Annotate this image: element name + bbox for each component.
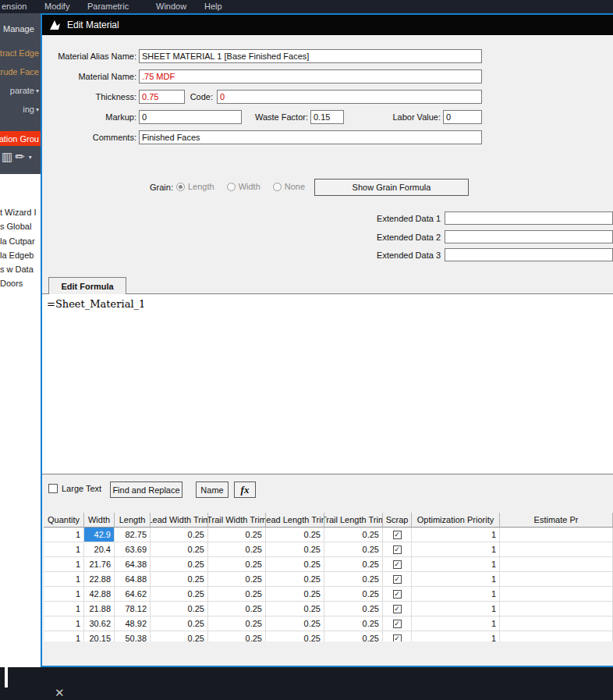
grid-cell[interactable]: 0.25 xyxy=(208,631,266,641)
grid-cell[interactable]: 1 xyxy=(412,542,500,557)
grid-cell[interactable] xyxy=(500,631,613,641)
find-and-replace-button[interactable]: Find and Replace xyxy=(110,481,182,498)
markup-input[interactable] xyxy=(139,110,242,124)
grid-cell[interactable]: 1 xyxy=(412,602,500,616)
grid-cell[interactable]: 1 xyxy=(412,572,500,587)
extended-data-3-input[interactable] xyxy=(445,248,613,261)
tree-item-global[interactable]: s Global xyxy=(0,222,31,231)
scrap-cell[interactable]: ✓ xyxy=(383,587,412,602)
tree-item-doors[interactable]: Doors xyxy=(0,279,23,288)
scrap-cell[interactable]: ✓ xyxy=(383,616,412,631)
grid-cell[interactable]: 0.25 xyxy=(151,572,208,587)
grid-cell[interactable]: 0.25 xyxy=(266,587,324,602)
grid-cell[interactable] xyxy=(500,542,613,557)
tree-item-w-data[interactable]: s w Data xyxy=(0,265,34,274)
grid-cell[interactable]: 0.25 xyxy=(208,557,266,572)
table-row[interactable]: 130.6248.920.250.250.250.25✓1 xyxy=(44,616,613,631)
formula-editor[interactable]: =Sheet_Material_1 xyxy=(42,293,613,474)
grid-cell[interactable]: 82.75 xyxy=(115,528,151,542)
grid-cell[interactable]: 0.25 xyxy=(151,587,208,602)
grain-radio-length[interactable]: Length xyxy=(176,182,214,191)
table-row[interactable]: 120.1550.380.250.250.250.25✓1 xyxy=(44,631,613,641)
tree-item-edgeband[interactable]: la Edgeb xyxy=(0,251,34,260)
scrap-checkbox[interactable]: ✓ xyxy=(393,590,402,599)
waste-factor-input[interactable] xyxy=(310,110,344,124)
large-text-checkbox[interactable] xyxy=(48,484,58,493)
grain-radio-width[interactable]: Width xyxy=(227,182,260,191)
grid-cell[interactable]: 0.25 xyxy=(324,602,383,616)
grid-cell[interactable]: 0.25 xyxy=(151,602,208,616)
col-header-lead-width-trim[interactable]: Lead Width Trim xyxy=(151,513,208,528)
grid-cell[interactable]: 21.76 xyxy=(84,557,115,572)
grid-cell[interactable]: 0.25 xyxy=(324,528,383,542)
grid-cell[interactable]: 1 xyxy=(412,587,500,602)
scrap-checkbox[interactable]: ✓ xyxy=(393,605,402,613)
scrap-checkbox[interactable]: ✓ xyxy=(393,560,402,569)
name-button[interactable]: Name xyxy=(196,481,229,498)
report-icon[interactable]: ▥ xyxy=(2,150,12,164)
menu-item-help[interactable]: Help xyxy=(204,2,222,11)
menu-item-parametric[interactable]: Parametric xyxy=(87,2,129,11)
col-header-estimate[interactable]: Estimate Pr xyxy=(500,513,613,528)
optimization-group-alert[interactable]: ation Grou xyxy=(0,131,41,146)
scrap-cell[interactable]: ✓ xyxy=(383,542,412,557)
grid-cell[interactable]: 1 xyxy=(412,557,500,572)
grid-cell[interactable] xyxy=(500,557,613,572)
col-header-length[interactable]: Length xyxy=(115,513,151,528)
grid-cell[interactable] xyxy=(500,587,613,602)
grid-cell[interactable] xyxy=(500,602,613,616)
col-header-trail-length-trim[interactable]: Trail Length Trim xyxy=(324,513,383,528)
grid-cell[interactable]: 22.88 xyxy=(84,572,115,587)
grid-cell[interactable]: 0.25 xyxy=(266,572,324,587)
table-row[interactable]: 142.982.750.250.250.250.25✓1 xyxy=(44,528,613,542)
grid-cell[interactable]: 1 xyxy=(44,616,84,631)
grid-cell[interactable]: 0.25 xyxy=(151,557,208,572)
col-header-quantity[interactable]: Quantity xyxy=(44,513,84,528)
grid-cell[interactable]: 30.62 xyxy=(84,616,115,631)
grid-cell[interactable]: 0.25 xyxy=(151,616,208,631)
grid-cell[interactable]: 0.25 xyxy=(208,542,266,557)
grid-cell[interactable]: 0.25 xyxy=(266,557,324,572)
table-row[interactable]: 142.8864.620.250.250.250.25✓1 xyxy=(44,587,613,602)
grid-cell[interactable]: 1 xyxy=(412,528,500,542)
grid-cell[interactable] xyxy=(500,572,613,587)
tool-item-extrude-face[interactable]: trude Face xyxy=(0,66,39,77)
tool-item-separate[interactable]: parate▾ xyxy=(0,85,39,96)
tab-edit-formula[interactable]: Edit Formula xyxy=(48,277,126,294)
scrap-cell[interactable]: ✓ xyxy=(383,602,412,616)
col-header-trail-width-trim[interactable]: Trail Width Trim xyxy=(208,513,266,528)
grid-cell[interactable]: 1 xyxy=(44,631,84,641)
table-row[interactable]: 121.8878.120.250.250.250.25✓1 xyxy=(44,602,613,616)
grid-cell[interactable]: 1 xyxy=(44,587,84,602)
menu-item-modify[interactable]: Modify xyxy=(44,2,69,11)
grid-cell[interactable]: 64.62 xyxy=(115,587,151,602)
fx-button[interactable]: fx xyxy=(234,481,256,498)
ribbon-tab-manage[interactable]: Manage xyxy=(3,24,34,34)
grid-cell[interactable]: 1 xyxy=(412,616,500,631)
grid-cell[interactable]: 0.25 xyxy=(208,587,266,602)
col-header-scrap[interactable]: Scrap xyxy=(383,513,412,528)
grid-cell[interactable]: 0.25 xyxy=(324,587,383,602)
grid-cell[interactable]: 0.25 xyxy=(324,616,383,631)
grid-cell[interactable]: 78.12 xyxy=(115,602,151,616)
col-header-lead-length-trim[interactable]: Lead Length Trim xyxy=(266,513,324,528)
grain-radio-none[interactable]: None xyxy=(273,182,305,191)
tree-item-cutpart[interactable]: la Cutpar xyxy=(0,236,35,246)
tool-item-ing[interactable]: ing▾ xyxy=(0,104,39,115)
col-header-width[interactable]: Width xyxy=(84,513,115,528)
grid-cell[interactable]: 1 xyxy=(44,528,84,542)
grid-cell[interactable]: 0.25 xyxy=(151,542,208,557)
scrap-cell[interactable]: ✓ xyxy=(383,572,412,587)
grid-cell[interactable]: 42.9 xyxy=(84,528,115,542)
grid-cell[interactable]: 0.25 xyxy=(266,542,324,557)
grid-cell[interactable]: 1 xyxy=(44,557,84,572)
close-icon[interactable]: ✕ xyxy=(55,686,65,700)
grid-cell[interactable]: 0.25 xyxy=(266,616,324,631)
scrap-checkbox[interactable]: ✓ xyxy=(393,545,402,554)
labor-value-input[interactable] xyxy=(443,110,482,124)
extended-data-2-input[interactable] xyxy=(445,230,613,243)
grid-cell[interactable]: 0.25 xyxy=(324,572,383,587)
pencil-tool-icon[interactable]: ✏ xyxy=(15,150,25,164)
grid-cell[interactable]: 20.15 xyxy=(84,631,115,641)
dialog-titlebar[interactable]: Edit Material xyxy=(42,15,613,35)
